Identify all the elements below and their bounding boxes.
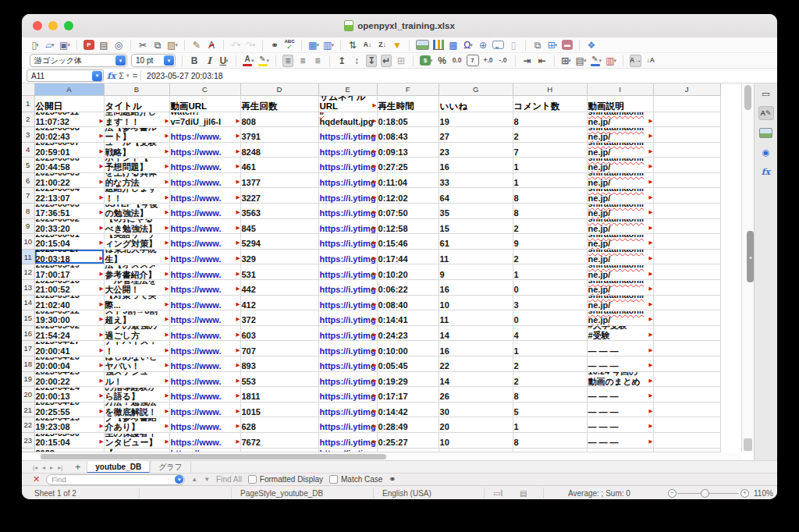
cell-F15[interactable]: 0:14:41 — [377, 310, 439, 326]
column-header-D[interactable]: D — [240, 83, 318, 95]
cell-G4[interactable]: 23 — [439, 142, 513, 158]
cell-D4[interactable]: 8248 — [240, 142, 318, 158]
header-cell-H1[interactable]: コメント数 — [513, 95, 587, 112]
open-folder-icon[interactable]: ▱▾ — [44, 39, 55, 51]
cell-F10[interactable]: 0:15:46 — [377, 234, 439, 250]
header-cell-C1[interactable]: 動画URL — [169, 95, 240, 112]
cell-G11[interactable]: 11 — [439, 249, 513, 264]
cell-D22[interactable]: 628 — [240, 417, 318, 433]
row-header-16[interactable]: 16 — [22, 325, 34, 341]
borders-button[interactable]: ⊞▾ — [561, 55, 572, 67]
language-label[interactable]: English (USA) — [382, 486, 431, 499]
cell-I3[interactable]: shiratamaonline.jp/▶ — [587, 127, 653, 143]
cell-H13[interactable]: 0 — [513, 280, 587, 296]
cell-A19[interactable]: 2023-04-2520:00:22▶ — [34, 371, 104, 387]
cell-G19[interactable]: 14 — [439, 371, 513, 387]
cell-E9[interactable]: https://i.ytimg▶ — [318, 218, 377, 234]
cell-J2[interactable] — [653, 112, 720, 127]
autofilter-icon[interactable]: ▼ — [392, 39, 403, 51]
currency-format-button[interactable]: $▾ — [420, 55, 433, 67]
cell-A24[interactable]: 2023- — [34, 448, 104, 452]
redo-icon[interactable]: ↷▾ — [245, 39, 256, 51]
cell-F24[interactable] — [377, 448, 439, 452]
blank-page-icon[interactable]: ▯ — [508, 39, 519, 51]
match-case-checkbox[interactable] — [329, 475, 338, 484]
name-box[interactable]: A11 ▾ — [27, 69, 104, 82]
print-preview-icon[interactable]: ◎ — [113, 39, 124, 51]
cell-G16[interactable]: 14 — [439, 325, 513, 341]
zoom-slider[interactable] — [677, 486, 738, 499]
row-header-14[interactable]: 14 — [22, 295, 34, 310]
zoom-out-icon[interactable]: − — [668, 486, 676, 499]
cell-A23[interactable]: 2023-03-3020:15:04▶ — [34, 432, 104, 448]
cell-C18[interactable]: https://www.▶ — [169, 356, 240, 372]
formatted-display-option[interactable]: Formatted Display — [248, 475, 323, 484]
cell-J9[interactable] — [653, 218, 720, 234]
zoom-slider-knob[interactable] — [701, 489, 709, 498]
cell-H24[interactable] — [513, 448, 587, 452]
cell-E12[interactable]: https://i.ytimg▶ — [318, 264, 377, 280]
row-header-7[interactable]: 7 — [22, 188, 34, 204]
cell-G20[interactable]: 26 — [439, 387, 513, 403]
zoom-in-icon[interactable]: + — [740, 486, 749, 499]
cell-B18[interactable]: はじめないとヤバい！▶ — [104, 356, 169, 372]
cell-B19[interactable]: 強スケジュール！▶ — [104, 371, 169, 387]
cell-C4[interactable]: https://www.▶ — [169, 142, 240, 158]
cell-C5[interactable]: https://www.▶ — [169, 158, 240, 173]
previous-sheet-icon[interactable]: ◂ — [42, 464, 45, 471]
row-header-15[interactable]: 15 — [22, 310, 34, 326]
cell-D14[interactable]: 412 — [240, 295, 318, 310]
cell-I15[interactable]: shiratamaonline.jp/▶ — [587, 310, 653, 326]
cell-C17[interactable]: https://www.▶ — [169, 341, 240, 356]
wrap-text-button[interactable]: ↵ — [381, 55, 392, 67]
cell-H12[interactable]: 1 — [513, 264, 587, 280]
cell-B8[interactable]: 3STEP【今後の勉強法】▶ — [104, 204, 169, 219]
cell-H6[interactable]: 1 — [513, 172, 587, 188]
cell-G3[interactable]: 27 — [439, 127, 513, 143]
cell-G7[interactable]: 64 — [439, 188, 513, 204]
sort-descending-icon[interactable]: Z↓ — [377, 39, 388, 51]
border-style-button[interactable]: ▤▾ — [576, 55, 587, 67]
number-format-button[interactable]: 0.0 — [452, 55, 463, 67]
cell-G21[interactable]: 30 — [439, 402, 513, 417]
cell-G14[interactable]: 10 — [439, 295, 513, 310]
cell-F6[interactable]: 0:11:04 — [377, 172, 439, 188]
header-cell-B1[interactable]: タイトル — [104, 95, 169, 112]
cell-A4[interactable]: 2023-06-0720:59:01▶ — [34, 142, 104, 158]
export-pdf-icon[interactable]: P — [83, 39, 94, 51]
row-header-17[interactable]: 17 — [22, 341, 34, 356]
cell-E16[interactable]: https://i.ytimg▶ — [318, 325, 377, 341]
align-right-button[interactable]: ≡ — [312, 55, 323, 67]
cell-H8[interactable]: 8 — [513, 204, 587, 219]
cell-H4[interactable]: 7 — [513, 142, 587, 158]
cell-A18[interactable]: 2023-04-2620:00:04▶ — [34, 356, 104, 372]
draw-functions-icon[interactable]: ❖ — [586, 39, 597, 51]
cell-J14[interactable] — [653, 295, 720, 310]
row-header-18[interactable]: 18 — [22, 356, 34, 372]
header-cell-G1[interactable]: いいね — [439, 95, 513, 112]
cell-D9[interactable]: 845 — [240, 218, 318, 234]
highlighting-color-button[interactable]: ✎▾ — [258, 55, 270, 67]
cell-E21[interactable]: https://i.ytimg▶ — [318, 402, 377, 417]
cell-A22[interactable]: 2023-04-1519:23:08▶ — [34, 417, 104, 433]
cell-A2[interactable]: 2023-06-1111:07:32▶ — [34, 112, 104, 127]
vertical-scrollbar-thumb[interactable] — [744, 85, 751, 110]
cell-E5[interactable]: https://i.ytimg▶ — [318, 158, 377, 173]
save-icon[interactable]: ▣▾ — [59, 39, 70, 51]
cell-E8[interactable]: https://i.ytimg▶ — [318, 204, 377, 219]
cell-D8[interactable]: 3563 — [240, 204, 318, 219]
cell-D15[interactable]: 372 — [240, 310, 318, 326]
cell-C9[interactable]: https://www.▶ — [169, 218, 240, 234]
cell-C3[interactable]: https://www.▶ — [169, 127, 240, 143]
formatted-display-checkbox[interactable] — [248, 475, 257, 484]
cell-F16[interactable]: 0:24:23 — [377, 325, 439, 341]
row-header-10[interactable]: 10 — [22, 234, 34, 250]
row-header-24[interactable] — [22, 448, 34, 452]
insert-columns-icon[interactable]: ▥▾ — [323, 39, 334, 51]
cell-F21[interactable]: 0:14:42 — [377, 402, 439, 417]
select-all-corner[interactable] — [22, 83, 34, 95]
cell-F18[interactable]: 0:05:45 — [377, 356, 439, 372]
properties-icon[interactable]: A✎ — [758, 106, 774, 120]
cell-J10[interactable] — [653, 234, 720, 250]
cell-C23[interactable]: https://www.▶ — [169, 432, 240, 448]
